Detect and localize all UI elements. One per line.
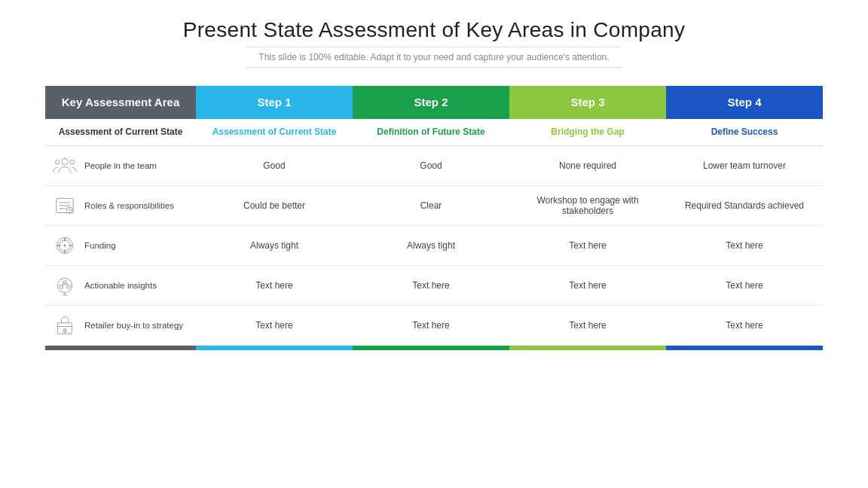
people-icon bbox=[51, 152, 78, 179]
table-row: People in the team GoodGoodNone required… bbox=[45, 146, 823, 186]
svg-point-2 bbox=[70, 160, 75, 164]
bar-s1 bbox=[196, 346, 353, 350]
key-cell-3: Actionable insights bbox=[45, 266, 196, 306]
subheader-s4: Define Success bbox=[666, 119, 823, 146]
main-title: Present State Assessment of Key Areas in… bbox=[183, 18, 686, 42]
cell-4-s2: Text here bbox=[353, 306, 509, 346]
insights-icon bbox=[51, 272, 78, 299]
bar-key bbox=[45, 346, 196, 350]
cell-3-s3: Text here bbox=[509, 266, 666, 306]
key-cell-2: Funding bbox=[45, 226, 196, 266]
bottom-bar bbox=[45, 346, 823, 350]
cell-0-s4: Lower team turnover bbox=[666, 146, 823, 186]
key-cell-0: People in the team bbox=[45, 146, 196, 186]
subheader-s1: Assessment of Current State bbox=[196, 119, 353, 146]
roles-icon bbox=[51, 192, 78, 219]
cell-3-s1: Text here bbox=[196, 266, 353, 306]
th-step2: Step 2 bbox=[353, 86, 509, 119]
cell-4-s3: Text here bbox=[509, 306, 666, 346]
cell-0-s1: Good bbox=[196, 146, 353, 186]
cell-2-s1: Always tight bbox=[196, 226, 353, 266]
key-cell-4: Retailer buy-in to strategy bbox=[45, 306, 196, 346]
assessment-table: Key Assessment Area Step 1 Step 2 Step 3… bbox=[45, 86, 823, 350]
svg-point-1 bbox=[56, 160, 60, 164]
cell-3-s4: Text here bbox=[666, 266, 823, 306]
retailer-icon bbox=[51, 312, 78, 339]
subheader-key: Assessment of Current State bbox=[45, 119, 196, 146]
key-cell-1: Roles & responsibilities bbox=[45, 186, 196, 226]
svg-point-16 bbox=[63, 244, 66, 246]
th-step1: Step 1 bbox=[196, 86, 353, 119]
table-row: Roles & responsibilities Could be better… bbox=[45, 186, 823, 226]
th-key: Key Assessment Area bbox=[45, 86, 196, 119]
bar-s2 bbox=[353, 346, 509, 350]
subheader-s3: Bridging the Gap bbox=[509, 119, 666, 146]
row-label-0: People in the team bbox=[84, 160, 157, 172]
th-step4: Step 4 bbox=[666, 86, 823, 119]
cell-3-s2: Text here bbox=[353, 266, 509, 306]
cell-2-s4: Text here bbox=[666, 226, 823, 266]
cell-2-s2: Always tight bbox=[353, 226, 509, 266]
subheader-s2: Definition of Future State bbox=[353, 119, 509, 146]
cell-2-s3: Text here bbox=[509, 226, 666, 266]
cell-0-s2: Good bbox=[353, 146, 509, 186]
table-row: Actionable insights Text hereText hereTe… bbox=[45, 266, 823, 306]
funding-icon bbox=[51, 232, 78, 259]
cell-1-s2: Clear bbox=[353, 186, 509, 226]
row-label-1: Roles & responsibilities bbox=[84, 200, 174, 212]
bar-s4 bbox=[666, 346, 823, 350]
row-label-2: Funding bbox=[84, 240, 116, 252]
cell-1-s4: Required Standards achieved bbox=[666, 186, 823, 226]
cell-4-s4: Text here bbox=[666, 306, 823, 346]
cell-0-s3: None required bbox=[509, 146, 666, 186]
subheader-row: Assessment of Current State Assessment o… bbox=[45, 119, 823, 146]
th-step3: Step 3 bbox=[509, 86, 666, 119]
svg-point-0 bbox=[62, 158, 68, 164]
row-label-4: Retailer buy-in to strategy bbox=[84, 320, 183, 331]
row-label-3: Actionable insights bbox=[84, 280, 157, 291]
bar-s3 bbox=[509, 346, 666, 350]
table-row: Funding Always tightAlways tightText her… bbox=[45, 226, 823, 266]
cell-4-s1: Text here bbox=[196, 306, 353, 346]
cell-1-s1: Could be better bbox=[196, 186, 353, 226]
cell-1-s3: Workshop to engage with stakeholders bbox=[509, 186, 666, 226]
header-row: Key Assessment Area Step 1 Step 2 Step 3… bbox=[45, 86, 823, 119]
subtitle: This slide is 100% editable. Adapt it to… bbox=[246, 47, 622, 68]
table-row: Retailer buy-in to strategy Text hereTex… bbox=[45, 306, 823, 346]
